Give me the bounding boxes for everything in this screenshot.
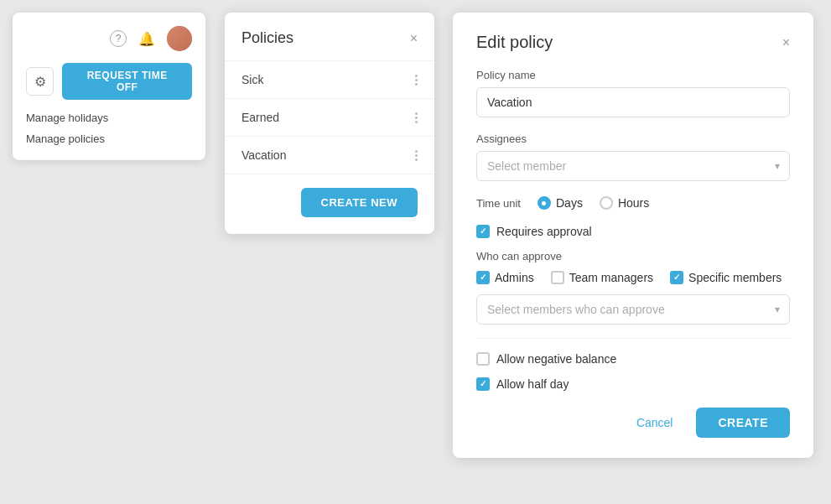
days-radio-button[interactable] xyxy=(538,196,551,210)
admins-check-icon: ✓ xyxy=(480,273,486,282)
footer-buttons: Cancel CREATE xyxy=(476,408,790,438)
policy-item-sick[interactable]: Sick xyxy=(225,61,434,99)
policy-item-earned[interactable]: Earned xyxy=(225,99,434,137)
admins-label: Admins xyxy=(495,271,534,284)
requires-approval-check-icon: ✓ xyxy=(480,227,486,236)
allow-half-day-row[interactable]: ✓ Allow half day xyxy=(476,377,790,391)
policies-panel: Policies × Sick Earned Vacation CREATE N… xyxy=(225,13,434,234)
dots-menu-sick[interactable] xyxy=(415,75,418,86)
dots-menu-earned[interactable] xyxy=(415,112,418,123)
policy-name-group: Policy name xyxy=(476,69,790,117)
assignees-group: Assignees Select member ▾ xyxy=(476,132,790,181)
requires-approval-label: Requires approval xyxy=(496,225,592,238)
policies-title: Policies xyxy=(242,29,293,47)
assignees-label: Assignees xyxy=(476,132,790,145)
create-new-area: CREATE NEW xyxy=(225,174,434,188)
time-unit-radio-group: Days Hours xyxy=(538,196,649,210)
toolbar-actions: ⚙ REQUEST TIME OFF xyxy=(26,63,192,100)
requires-approval-row[interactable]: ✓ Requires approval xyxy=(476,225,790,238)
allow-half-day-label: Allow half day xyxy=(496,377,569,391)
policy-list: Sick Earned Vacation xyxy=(225,60,434,174)
allow-negative-label: Allow negative balance xyxy=(496,352,616,366)
assignees-select-wrapper: Select member ▾ xyxy=(476,151,790,181)
requires-approval-checkbox[interactable]: ✓ xyxy=(476,225,490,238)
policy-name-earned: Earned xyxy=(242,111,279,124)
policy-name-sick: Sick xyxy=(242,73,263,86)
allow-negative-checkbox[interactable] xyxy=(476,352,490,366)
time-unit-label: Time unit xyxy=(476,197,521,210)
cancel-button[interactable]: Cancel xyxy=(623,408,687,438)
edit-policy-close-button[interactable]: × xyxy=(782,36,790,49)
dots-menu-vacation[interactable] xyxy=(415,150,418,161)
admins-option[interactable]: ✓ Admins xyxy=(476,271,534,284)
approvers-select-wrapper: Select members who can approve ▾ xyxy=(476,294,790,325)
create-button[interactable]: CREATE xyxy=(696,408,790,438)
menu-items: Manage holidays Manage policies xyxy=(26,110,192,147)
policy-name-vacation: Vacation xyxy=(242,148,286,162)
policies-header: Policies × xyxy=(225,29,434,60)
team-managers-label: Team managers xyxy=(569,271,653,284)
team-managers-option[interactable]: Team managers xyxy=(551,271,653,284)
allow-half-day-checkbox[interactable]: ✓ xyxy=(476,377,490,391)
hours-radio-option[interactable]: Hours xyxy=(600,196,649,210)
approve-options: ✓ Admins Team managers ✓ Specific member… xyxy=(476,271,790,284)
specific-members-checkbox[interactable]: ✓ xyxy=(670,271,683,284)
notifications-button[interactable]: 🔔 xyxy=(138,31,155,47)
avatar-image xyxy=(167,26,192,51)
manage-policies-item[interactable]: Manage policies xyxy=(26,131,192,147)
assignees-select[interactable]: Select member xyxy=(476,151,790,181)
team-managers-checkbox[interactable] xyxy=(551,271,564,284)
create-new-button[interactable]: CREATE NEW xyxy=(301,188,418,217)
policy-name-label: Policy name xyxy=(476,69,790,81)
admins-checkbox[interactable]: ✓ xyxy=(476,271,490,284)
gear-icon: ⚙ xyxy=(34,74,46,90)
edit-policy-panel: Edit policy × Policy name Assignees Sele… xyxy=(453,13,813,458)
specific-members-label: Specific members xyxy=(688,271,782,284)
time-unit-row: Time unit Days Hours xyxy=(476,196,790,210)
days-radio-label: Days xyxy=(556,196,583,210)
toolbar-top: ? 🔔 xyxy=(26,26,192,51)
edit-policy-title: Edit policy xyxy=(476,33,553,52)
edit-policy-header: Edit policy × xyxy=(476,33,790,52)
who-can-approve-label: Who can approve xyxy=(476,250,790,262)
specific-members-option[interactable]: ✓ Specific members xyxy=(670,271,782,284)
policy-item-vacation[interactable]: Vacation xyxy=(225,137,434,174)
who-can-approve-section: Who can approve ✓ Admins Team managers ✓… xyxy=(476,250,790,325)
toolbar-panel: ? 🔔 ⚙ REQUEST TIME OFF Manage holidays M… xyxy=(13,13,205,160)
help-icon: ? xyxy=(110,30,127,47)
avatar[interactable] xyxy=(167,26,192,51)
approvers-select[interactable]: Select members who can approve xyxy=(476,294,790,325)
gear-button[interactable]: ⚙ xyxy=(26,67,54,96)
specific-members-check-icon: ✓ xyxy=(673,273,680,282)
allow-negative-row[interactable]: Allow negative balance xyxy=(476,352,790,366)
toolbar-icons: ? 🔔 xyxy=(110,26,192,51)
hours-radio-button[interactable] xyxy=(600,196,613,210)
manage-holidays-item[interactable]: Manage holidays xyxy=(26,110,192,126)
policies-close-button[interactable]: × xyxy=(410,32,418,45)
policy-name-input[interactable] xyxy=(476,87,790,117)
days-radio-option[interactable]: Days xyxy=(538,196,583,210)
request-time-off-button[interactable]: REQUEST TIME OFF xyxy=(62,63,192,100)
allow-half-day-check-icon: ✓ xyxy=(480,380,486,388)
bell-icon: 🔔 xyxy=(138,31,155,47)
hours-radio-label: Hours xyxy=(618,196,649,210)
divider xyxy=(476,338,790,339)
help-button[interactable]: ? xyxy=(110,30,127,47)
